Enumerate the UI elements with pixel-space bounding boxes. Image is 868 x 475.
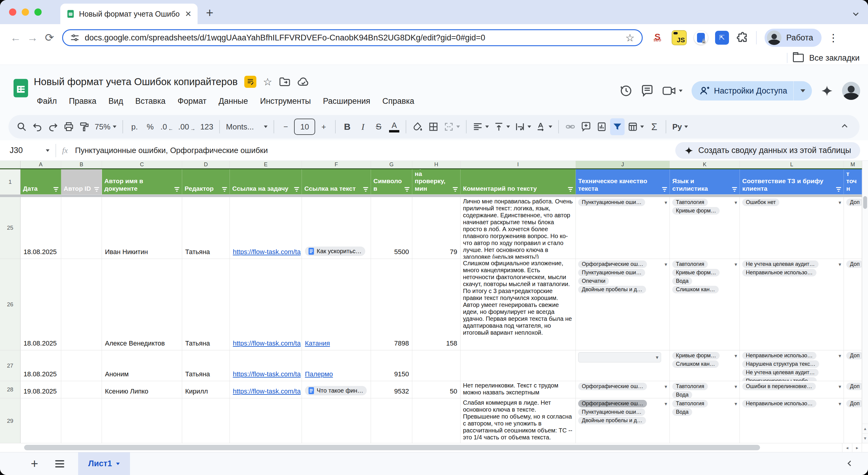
cell-author[interactable] bbox=[102, 398, 182, 443]
cell-chars[interactable]: 9532 bbox=[371, 381, 412, 398]
cell-task-link[interactable] bbox=[230, 398, 302, 443]
grid-corner[interactable] bbox=[0, 161, 21, 169]
cell-language[interactable]: Кривые форм…Слишком кан…▾ bbox=[670, 350, 740, 381]
cell-comment[interactable]: Слабая коммерция в лиде. Нет основного к… bbox=[461, 398, 576, 443]
category-chip[interactable]: Пунктуационные оши… bbox=[578, 269, 645, 276]
share-options-caret[interactable] bbox=[794, 88, 812, 94]
header-cell-A[interactable]: Дата bbox=[21, 169, 61, 195]
cell-quality[interactable]: Орфографические ош…▾ bbox=[576, 381, 670, 398]
category-chip[interactable]: Неправильное использо… bbox=[742, 352, 816, 359]
dropdown-caret-icon[interactable]: ▾ bbox=[734, 384, 737, 390]
menu-item[interactable]: Файл bbox=[32, 94, 62, 108]
hide-menus-chevron-icon[interactable] bbox=[837, 118, 852, 135]
dropdown-caret-icon[interactable]: ▾ bbox=[734, 200, 737, 206]
category-chip[interactable]: Пунктуационные оши… bbox=[578, 408, 645, 416]
cell-editor[interactable]: Татьяна bbox=[182, 350, 230, 381]
comments-icon[interactable] bbox=[641, 85, 654, 97]
task-link[interactable]: https://flow-task.com/ta bbox=[233, 387, 301, 395]
chrome-menu-icon[interactable]: ⋮ bbox=[828, 32, 838, 44]
category-chip[interactable]: Кривые форм… bbox=[672, 269, 720, 276]
italic-button[interactable]: I bbox=[355, 118, 370, 135]
dropdown-caret-icon[interactable]: ▾ bbox=[838, 353, 841, 359]
dropdown-caret-icon[interactable]: ▾ bbox=[734, 401, 737, 407]
category-chip[interactable]: Доп bbox=[846, 199, 862, 206]
text-rotation-button[interactable] bbox=[534, 118, 554, 135]
cell-fact[interactable]: Доп bbox=[844, 259, 862, 350]
cell-task-link[interactable]: https://flow-task.com/ta bbox=[230, 350, 302, 381]
linked-sheet-badge-icon[interactable] bbox=[244, 76, 256, 88]
header-cell-E[interactable]: Ссылка на задачу bbox=[230, 169, 302, 195]
menu-item[interactable]: Расширения bbox=[318, 94, 375, 108]
cell-editor[interactable] bbox=[182, 398, 230, 443]
column-header-I[interactable]: I bbox=[461, 161, 576, 169]
filter-icon[interactable] bbox=[453, 187, 458, 191]
cell-text-link[interactable]: Палермо bbox=[302, 350, 371, 381]
extensions-puzzle-icon[interactable] bbox=[736, 31, 749, 44]
row-number[interactable]: 1 bbox=[0, 169, 21, 195]
menu-item[interactable]: Инструменты bbox=[255, 94, 315, 108]
menu-item[interactable]: Данные bbox=[214, 94, 253, 108]
dropdown-caret-icon[interactable]: ▾ bbox=[838, 401, 841, 407]
cell-language[interactable]: ТавтологияВода▾ bbox=[670, 381, 740, 398]
back-icon[interactable]: ← bbox=[7, 31, 24, 44]
cell-fact[interactable]: Доп bbox=[844, 350, 862, 381]
tab-search-chevron-icon[interactable] bbox=[853, 10, 858, 16]
filter-icon[interactable] bbox=[294, 187, 299, 191]
cell-author[interactable]: Иван Никитин bbox=[102, 197, 182, 259]
cell-fact[interactable]: Доп bbox=[844, 197, 862, 259]
category-chip[interactable]: Тавтология bbox=[672, 400, 708, 407]
cell-task-link[interactable]: https://flow-task.com/ta bbox=[230, 197, 302, 259]
scroll-left-icon[interactable]: ◂ bbox=[842, 443, 852, 452]
functions-button[interactable]: Σ bbox=[647, 118, 661, 135]
category-chip[interactable]: Вода bbox=[672, 408, 692, 416]
category-chip[interactable]: Тавтология bbox=[672, 199, 708, 206]
cell-brief[interactable]: Неправильное использо…Нарушена структура… bbox=[740, 350, 844, 381]
cell-text-link[interactable]: Что такое фин… bbox=[302, 381, 371, 398]
gemini-sparkle-icon[interactable] bbox=[821, 85, 833, 97]
cell-date[interactable] bbox=[21, 398, 61, 443]
create-filter-button[interactable] bbox=[610, 118, 625, 135]
filter-icon[interactable] bbox=[404, 187, 409, 191]
dropdown-caret-icon[interactable]: ▾ bbox=[664, 261, 667, 268]
print-icon[interactable] bbox=[62, 118, 76, 135]
cell-chars[interactable]: 9150 bbox=[371, 350, 412, 381]
header-cell-J[interactable]: Техническое качество текста bbox=[576, 169, 670, 195]
category-chip[interactable]: Орфографические ош… bbox=[578, 383, 647, 390]
header-cell-G[interactable]: Символов bbox=[371, 169, 412, 195]
text-link[interactable]: Катания bbox=[305, 339, 330, 347]
close-window-button[interactable] bbox=[9, 8, 16, 16]
menu-item[interactable]: Вид bbox=[104, 94, 128, 108]
site-settings-icon[interactable] bbox=[70, 33, 79, 42]
menu-item[interactable]: Правка bbox=[64, 94, 101, 108]
filter-icon[interactable] bbox=[94, 187, 99, 191]
text-color-button[interactable]: A bbox=[387, 118, 401, 135]
forward-icon[interactable]: → bbox=[24, 31, 41, 44]
menu-item[interactable]: Формат bbox=[173, 94, 211, 108]
cell-language[interactable]: ТавтологияКривые форм…ВодаСлишком кан…▾ bbox=[670, 259, 740, 350]
font-size-decrease-button[interactable]: − bbox=[278, 118, 293, 135]
category-chip[interactable]: Доп bbox=[846, 400, 862, 407]
cell-editor[interactable]: Татьяна bbox=[182, 197, 230, 259]
header-cell-L[interactable]: Соответствие ТЗ и брифу клиента bbox=[740, 169, 844, 195]
insert-chart-button[interactable] bbox=[594, 118, 609, 135]
task-link[interactable]: https://flow-task.com/ta bbox=[233, 248, 301, 256]
cell-date[interactable]: 18.08.2025 bbox=[21, 350, 61, 381]
profile-chip[interactable]: Работа bbox=[765, 29, 822, 47]
column-header-A[interactable]: A bbox=[21, 161, 61, 169]
add-sheet-button[interactable]: + bbox=[31, 457, 38, 470]
category-chip[interactable]: Проигнорированы требо… bbox=[742, 377, 817, 381]
menu-item[interactable]: Справка bbox=[378, 94, 419, 108]
cell-task-link[interactable]: https://flow-task.com/ta bbox=[230, 381, 302, 398]
dropdown-caret-icon[interactable]: ▾ bbox=[664, 384, 667, 390]
filter-icon[interactable] bbox=[836, 187, 841, 191]
ai-summary-button[interactable]: Создать сводку данных из этой таблицы bbox=[675, 142, 860, 159]
cell-fact[interactable]: Доп bbox=[844, 398, 862, 443]
name-box-caret-icon[interactable] bbox=[46, 149, 50, 152]
category-chip[interactable]: Слишком кан… bbox=[672, 286, 719, 293]
cell-minutes[interactable]: 79 bbox=[412, 197, 461, 259]
browser-tab[interactable]: Новый формат учета Ошибо ✕ bbox=[60, 4, 197, 24]
borders-button[interactable] bbox=[426, 118, 441, 135]
cell-author-id[interactable] bbox=[61, 350, 102, 381]
document-title[interactable]: Новый формат учета Ошибок копирайтеров bbox=[34, 76, 238, 88]
format-currency-button[interactable]: р. bbox=[127, 118, 142, 135]
